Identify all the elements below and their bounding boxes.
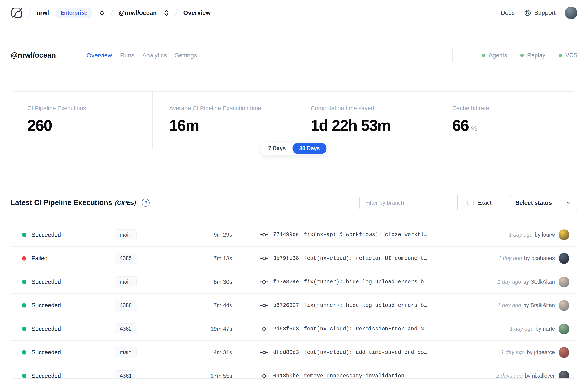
commit-hash[interactable]: 3b79fb38 xyxy=(273,255,299,262)
breadcrumb-divider xyxy=(175,8,178,17)
docs-link[interactable]: Docs xyxy=(501,9,515,17)
commit-hash[interactable]: b8726327 xyxy=(273,303,299,308)
author: by lourw xyxy=(535,232,555,238)
branch-badge[interactable]: main xyxy=(114,347,137,358)
breadcrumb-org[interactable]: nrwl xyxy=(37,9,49,17)
workspace-header: @nrwl/ocean Overview Runs Analytics Sett… xyxy=(11,48,577,62)
duration: 7m 13s xyxy=(159,255,232,262)
time-ago: 1 day ago xyxy=(510,326,533,332)
tab-overview[interactable]: Overview xyxy=(87,52,112,59)
section-title-suffix: (CIPEs) xyxy=(115,199,136,206)
stat-value: 16m xyxy=(169,117,199,134)
tab-runs[interactable]: Runs xyxy=(120,52,134,59)
status-replay: Replay xyxy=(520,52,545,59)
commit-hash[interactable]: 771499da xyxy=(273,232,299,238)
status-vcs: VCS xyxy=(559,52,577,59)
status-dot xyxy=(22,232,26,237)
exact-match-toggle[interactable]: Exact xyxy=(457,195,501,210)
commit-hash[interactable]: 2d58f6d3 xyxy=(273,326,299,332)
avatar xyxy=(559,253,569,264)
avatar xyxy=(559,229,569,240)
table-row[interactable]: Succeeded main 4m 31s dfed80d3 feat(nx-c… xyxy=(11,341,577,364)
tab-settings[interactable]: Settings xyxy=(175,52,197,59)
support-link[interactable]: Support xyxy=(524,9,555,17)
help-icon[interactable]: ? xyxy=(142,199,150,207)
enterprise-badge: Enterprise xyxy=(56,8,92,18)
stat-card-executions: CI Pipeline Executions 260 xyxy=(11,92,152,148)
stats-cards: CI Pipeline Executions 260 Average CI Pi… xyxy=(11,92,577,148)
user-avatar[interactable] xyxy=(565,7,577,19)
branch-badge[interactable]: 4386 xyxy=(114,300,137,311)
status-select[interactable]: Select status xyxy=(509,195,577,210)
status-agents-label: Agents xyxy=(489,52,507,59)
status-dot xyxy=(520,54,524,57)
commit-message: feat(nx-cloud): PermissionError and N… xyxy=(304,326,427,332)
table-row[interactable]: Succeeded main 9m 29s 771499da fix(nx-ap… xyxy=(11,223,577,247)
stat-label: Computation time saved xyxy=(311,105,426,112)
commit-hash[interactable]: f37a32ae xyxy=(273,279,299,285)
time-ago: 2 days ago xyxy=(496,373,523,379)
org-switcher-chevron-icon[interactable] xyxy=(99,9,105,17)
status-label: Succeeded xyxy=(32,231,61,238)
status-label: Succeeded xyxy=(32,373,61,379)
exact-label: Exact xyxy=(477,199,491,206)
git-commit-icon xyxy=(260,373,268,379)
branch-badge[interactable]: 4381 xyxy=(114,370,137,379)
stat-card-time-saved: Computation time saved 1d 22h 53m xyxy=(294,92,436,148)
stats-section: CI Pipeline Executions 260 Average CI Pi… xyxy=(11,92,577,148)
range-7-days-button[interactable]: 7 Days xyxy=(261,143,292,154)
avatar xyxy=(559,300,569,311)
nx-cloud-logo-icon[interactable] xyxy=(11,7,23,19)
avatar xyxy=(559,347,569,358)
status-label: Succeeded xyxy=(32,302,61,309)
author: by jdpearce xyxy=(527,349,555,356)
workspace-switcher-chevron-icon[interactable] xyxy=(163,9,170,17)
commit-message: fix(runner): hide log upload errors b… xyxy=(304,303,427,308)
tab-analytics[interactable]: Analytics xyxy=(142,52,167,59)
support-label: Support xyxy=(534,9,555,17)
table-row[interactable]: Succeeded main 8m 30s f37a32ae fix(runne… xyxy=(11,270,577,293)
branch-badge[interactable]: main xyxy=(114,229,137,240)
section-title: Latest CI Pipeline Executions xyxy=(11,198,112,207)
table-row[interactable]: Succeeded 4381 17m 55s 0918b0be remove u… xyxy=(11,364,577,379)
chevron-down-icon xyxy=(565,200,571,206)
commit-hash[interactable]: dfed80d3 xyxy=(273,349,299,356)
exact-checkbox[interactable] xyxy=(467,200,474,206)
table-row[interactable]: Succeeded 4386 7m 44s b8726327 fix(runne… xyxy=(11,293,577,317)
time-ago: 1 day ago xyxy=(497,279,521,285)
duration: 17m 55s xyxy=(159,373,232,379)
lifebuoy-icon xyxy=(524,9,531,17)
time-ago: 1 day ago xyxy=(509,232,532,238)
time-ago: 1 day ago xyxy=(498,255,522,262)
commit-hash[interactable]: 0918b0be xyxy=(273,373,299,379)
breadcrumb-divider xyxy=(111,8,114,17)
status-dot xyxy=(22,303,26,307)
cipes-table: Succeeded main 9m 29s 771499da fix(nx-ap… xyxy=(11,223,577,379)
top-nav: nrwl Enterprise @nrwl/ocean Overview Doc… xyxy=(0,0,588,26)
commit-message: fix(runner): hide log upload errors b… xyxy=(304,279,427,285)
duration: 9m 29s xyxy=(159,231,232,238)
git-commit-icon xyxy=(260,232,268,237)
status-vcs-label: VCS xyxy=(565,52,577,59)
stat-label: Average CI Pipeline Execution time xyxy=(169,105,285,112)
status-label: Succeeded xyxy=(32,349,61,356)
duration: 4m 31s xyxy=(159,349,232,356)
commit-message: feat(nx-cloud): add time-saved end po… xyxy=(304,349,427,356)
breadcrumb-workspace[interactable]: @nrwl/ocean xyxy=(119,9,157,17)
branch-badge[interactable]: 4385 xyxy=(114,253,137,264)
status-dot xyxy=(482,54,485,57)
branch-badge[interactable]: main xyxy=(114,276,137,287)
status-dot xyxy=(22,374,26,378)
git-commit-icon xyxy=(260,279,268,285)
stat-label: Cache hit rate xyxy=(452,105,568,112)
table-row[interactable]: Succeeded 4382 19m 47s 2d58f6d3 feat(nx-… xyxy=(11,317,577,341)
status-dot xyxy=(22,256,26,261)
workspace-title: @nrwl/ocean xyxy=(11,51,56,59)
branch-filter-input[interactable] xyxy=(360,195,457,210)
branch-badge[interactable]: 4382 xyxy=(114,323,137,334)
git-commit-icon xyxy=(260,256,268,261)
workspace-tabs: Overview Runs Analytics Settings xyxy=(87,52,197,59)
range-30-days-button[interactable]: 30 Days xyxy=(293,143,327,154)
table-row[interactable]: Failed 4385 7m 13s 3b79fb38 feat(nx-clou… xyxy=(11,247,577,270)
stat-value: 1d 22h 53m xyxy=(311,117,391,134)
